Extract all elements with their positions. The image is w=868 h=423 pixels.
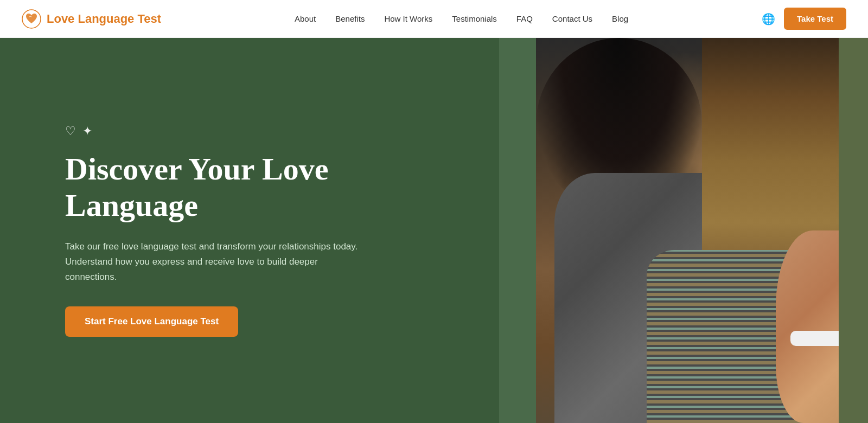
logo-text: Love Language Test: [47, 12, 161, 26]
take-test-button[interactable]: Take Test: [784, 8, 846, 30]
heart-logo-icon: [22, 9, 41, 29]
bg-left: [499, 38, 536, 423]
hero-title: Discover Your Love Language: [65, 151, 369, 223]
logo-link[interactable]: Love Language Test: [22, 9, 161, 29]
nav-how-it-works[interactable]: How It Works: [384, 14, 432, 23]
sparkle-icon: ✦: [82, 124, 92, 138]
hero-cta-button[interactable]: Start Free Love Language Test: [65, 306, 238, 337]
hero-icons: ♡ ✦: [65, 124, 369, 138]
hero-image: [499, 38, 868, 423]
hero-section: ♡ ✦ Discover Your Love Language Take our…: [0, 38, 868, 423]
hero-content: ♡ ✦ Discover Your Love Language Take our…: [0, 92, 434, 369]
nav-about[interactable]: About: [295, 14, 316, 23]
hero-subtitle: Take our free love language test and tra…: [65, 239, 369, 285]
heart-icon: ♡: [65, 124, 76, 138]
nav-faq[interactable]: FAQ: [516, 14, 533, 23]
nav-links: About Benefits How It Works Testimonials…: [295, 14, 628, 23]
hero-image-bg: [499, 38, 868, 423]
nav-benefits[interactable]: Benefits: [335, 14, 365, 23]
bg-right: [839, 38, 868, 423]
nav-right: 🌐 Take Test: [762, 8, 846, 30]
nav-contact[interactable]: Contact Us: [552, 14, 592, 23]
globe-icon[interactable]: 🌐: [762, 12, 775, 25]
navbar: Love Language Test About Benefits How It…: [0, 0, 868, 38]
photo-details: [499, 38, 868, 423]
nav-blog[interactable]: Blog: [612, 14, 628, 23]
nav-testimonials[interactable]: Testimonials: [452, 14, 497, 23]
